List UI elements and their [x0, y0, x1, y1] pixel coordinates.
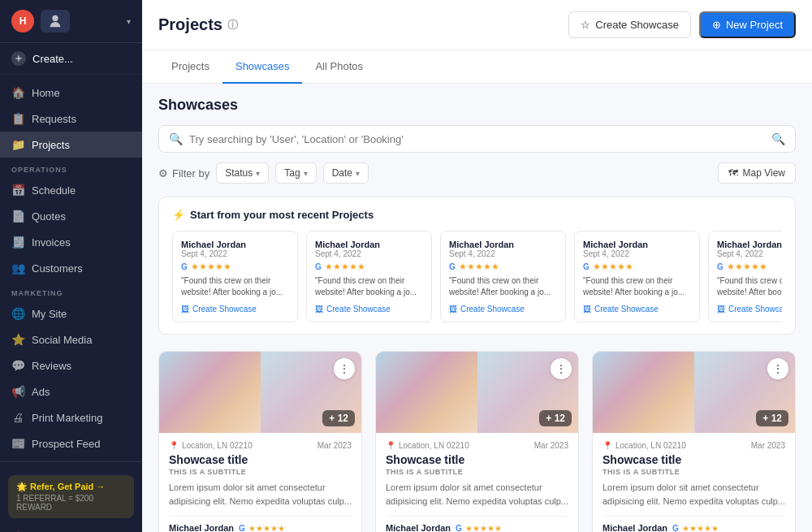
requests-icon: 📋 [11, 112, 24, 125]
sidebar-item-projects-label: Projects [32, 139, 70, 151]
recent-card: Michael Jordan Sept 4, 2022 G ★★★★★ "Fou… [574, 231, 700, 322]
star-icon: ☆ [581, 19, 590, 31]
reviews-icon: 💬 [11, 359, 24, 372]
sidebar-item-schedule[interactable]: 📅 Schedule [0, 177, 142, 203]
showcase-images: + 12 ⋮ [593, 352, 795, 433]
sidebar-item-print-marketing[interactable]: 🖨 Print Marketing [0, 404, 142, 430]
projects-icon: 📁 [11, 138, 24, 151]
sidebar-item-print-marketing-label: Print Marketing [32, 412, 102, 424]
showcase-link-icon: 🖼 [583, 305, 591, 314]
plus-circle-icon: ⊕ [712, 19, 721, 31]
google-g-icon: G [315, 262, 322, 271]
sidebar: H ▾ ＋ Create... 🏠 Home 📋 Requests 📁 Proj… [0, 0, 142, 532]
sidebar-item-projects[interactable]: 📁 Projects [0, 132, 142, 158]
filter-tag-button[interactable]: Tag ▾ [275, 162, 316, 184]
sidebar-item-requests[interactable]: 📋 Requests [0, 106, 142, 132]
search-submit-icon[interactable]: 🔍 [771, 132, 785, 145]
search-input[interactable] [189, 133, 765, 145]
pin-icon: 📍 [169, 441, 179, 450]
date-chevron-icon: ▾ [356, 169, 360, 178]
showcase-location-left: 📍 Location, LN 02210 [169, 441, 253, 450]
create-showcase-label: Create Showcase [595, 19, 679, 31]
my-site-icon: 🌐 [11, 307, 24, 320]
showcase-plus-badge: + 12 [756, 410, 788, 426]
sidebar-item-get-support[interactable]: ❓ Get Support [0, 525, 142, 532]
showcase-grid: + 12 ⋮ 📍 Location, LN 02210 Mar 2023 Sho… [158, 351, 796, 532]
recent-card-date: Sept 4, 2022 [717, 249, 782, 258]
sidebar-item-quotes-label: Quotes [32, 210, 66, 223]
refer-title: 🌟 Refer, Get Paid → [16, 482, 126, 492]
recent-card-create-link[interactable]: 🖼 Create Showcase [583, 305, 691, 314]
showcase-date: Mar 2023 [317, 441, 352, 450]
sidebar-item-ads[interactable]: 📢 Ads [0, 378, 142, 404]
recent-card-stars: G ★★★★★ [717, 262, 782, 272]
sidebar-item-social-media-label: Social Media [32, 334, 92, 346]
tab-showcases[interactable]: Showcases [222, 50, 302, 84]
sidebar-item-customers[interactable]: 👥 Customers [0, 255, 142, 281]
showcase-card: + 12 ⋮ 📍 Location, LN 02210 Mar 2023 Sho… [375, 351, 579, 532]
showcase-image-left [376, 352, 477, 433]
filter-status-button[interactable]: Status ▾ [216, 162, 269, 184]
showcase-menu-button[interactable]: ⋮ [551, 358, 572, 379]
content-title: Showcases [158, 97, 796, 114]
recent-card: Michael Jordan Sept 4, 2022 G ★★★★★ "Fou… [306, 231, 432, 322]
showcase-location-text: Location, LN 02210 [399, 441, 469, 450]
new-project-button[interactable]: ⊕ New Project [699, 11, 796, 38]
filter-date-button[interactable]: Date ▾ [323, 162, 369, 184]
recent-card-quote: "Found this crew on their website! After… [717, 275, 782, 298]
recent-card-create-label: Create Showcase [594, 305, 659, 314]
recent-card: Michael Jordan Sept 4, 2022 G ★★★★★ "Fou… [708, 231, 782, 322]
reviewer-name: Michael Jordan [386, 523, 451, 532]
main-content: Projects ⓘ ☆ Create Showcase ⊕ New Proje… [142, 0, 812, 532]
invoices-icon: 🧾 [11, 236, 24, 249]
filter-icon: ⚙ [158, 167, 168, 179]
recent-cards-list: Michael Jordan Sept 4, 2022 G ★★★★★ "Fou… [172, 231, 782, 322]
sidebar-item-my-site[interactable]: 🌐 My Site [0, 301, 142, 327]
google-g-icon: G [717, 262, 723, 271]
recent-card-create-link[interactable]: 🖼 Create Showcase [315, 305, 423, 314]
create-plus-icon: ＋ [11, 51, 26, 66]
search-icon: 🔍 [169, 132, 183, 145]
create-button[interactable]: ＋ Create... [0, 43, 142, 75]
print-marketing-icon: 🖨 [11, 411, 24, 424]
showcase-plus-badge: + 12 [539, 410, 572, 426]
recent-card-quote: "Found this crew on their website! After… [583, 275, 691, 298]
refer-box[interactable]: 🌟 Refer, Get Paid → 1 REFERRAL = $200 RE… [8, 475, 134, 518]
showcase-card-body: 📍 Location, LN 02210 Mar 2023 Showcase t… [593, 433, 795, 532]
sidebar-item-prospect-feed-label: Prospect Feed [32, 438, 101, 450]
showcase-description: Lorem ipsum dolor sit amet consectetur a… [386, 481, 568, 508]
pin-icon: 📍 [603, 441, 612, 450]
recent-card-create-link[interactable]: 🖼 Create Showcase [449, 305, 557, 314]
sidebar-item-reviews[interactable]: 💬 Reviews [0, 353, 142, 378]
sidebar-item-social-media[interactable]: ⭐ Social Media [0, 327, 142, 353]
recent-card-create-link[interactable]: 🖼 Create Showcase [717, 305, 782, 314]
recent-card-quote: "Found this crew on their website! After… [181, 275, 289, 298]
tab-projects[interactable]: Projects [158, 50, 222, 84]
showcase-link-icon: 🖼 [181, 305, 189, 314]
showcase-location-row: 📍 Location, LN 02210 Mar 2023 [603, 441, 785, 450]
reviewer-name: Michael Jordan [169, 523, 234, 532]
reviewer-stars: G ★★★★★ [672, 524, 719, 533]
showcase-location-left: 📍 Location, LN 02210 [386, 441, 469, 450]
showcase-location-row: 📍 Location, LN 02210 Mar 2023 [386, 441, 568, 450]
recent-card-name: Michael Jordan [315, 240, 423, 249]
sidebar-item-quotes[interactable]: 📄 Quotes [0, 203, 142, 229]
sidebar-item-prospect-feed[interactable]: 📰 Prospect Feed [0, 430, 142, 456]
recent-card-create-link[interactable]: 🖼 Create Showcase [181, 305, 289, 314]
recent-card-date: Sept 4, 2022 [449, 249, 557, 258]
map-view-button[interactable]: 🗺 Map View [718, 162, 796, 184]
reviewer-name: Michael Jordan [603, 523, 667, 532]
showcase-menu-button[interactable]: ⋮ [334, 358, 355, 379]
account-switcher[interactable] [41, 10, 70, 32]
create-showcase-button[interactable]: ☆ Create Showcase [568, 11, 691, 38]
sidebar-item-home[interactable]: 🏠 Home [0, 80, 142, 106]
recent-card-quote: "Found this crew on their website! After… [449, 275, 557, 298]
sidebar-item-invoices[interactable]: 🧾 Invoices [0, 229, 142, 255]
recent-section-title: ⚡ Start from your most recent Projects [172, 209, 782, 221]
showcase-date: Mar 2023 [534, 441, 568, 450]
filter-by-label: ⚙ Filter by [158, 167, 209, 179]
showcase-menu-button[interactable]: ⋮ [767, 358, 788, 379]
reviewer-stars: G ★★★★★ [456, 524, 502, 533]
operations-section-label: OPERATIONS [0, 158, 142, 177]
tab-all-photos[interactable]: All Photos [302, 50, 376, 84]
